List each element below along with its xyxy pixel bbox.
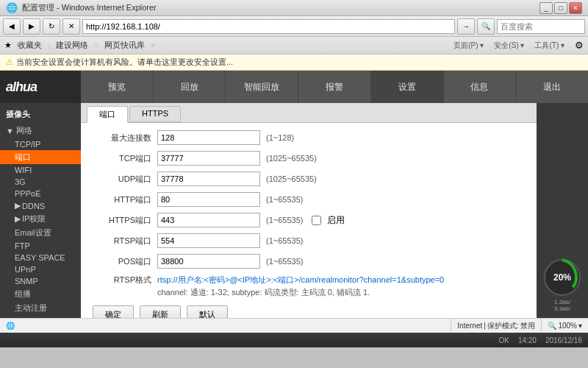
nav-tab-info[interactable]: 信息: [444, 71, 517, 103]
sidebar-item-ftp[interactable]: FTP: [0, 240, 81, 252]
address-bar[interactable]: [82, 19, 455, 34]
sidebar-camera-header: 摄像头: [0, 106, 81, 123]
security-bar[interactable]: ⚠ 当前安全设置会使计算机有风险。请单击这里更改安全设置...: [0, 54, 588, 71]
rtsp-description: channel: 通道: 1-32; subtype: 码流类型: 主码流 0,…: [157, 287, 525, 298]
bookmark-network[interactable]: 建设网络: [56, 40, 88, 51]
taskbar: OK 14:20 2016/12/16: [0, 333, 588, 347]
security-message: 当前安全设置会使计算机有风险。请单击这里更改安全设置...: [16, 57, 233, 68]
back-button[interactable]: ◀: [3, 18, 21, 35]
nav-tab-playback[interactable]: 回放: [154, 71, 226, 103]
tcp-port-label: TCP端口: [93, 153, 151, 164]
rtsp-port-label: RTSP端口: [93, 236, 151, 247]
pos-port-label: POS端口: [93, 256, 151, 267]
browser-titlebar: 🌐 配置管理 - Windows Internet Explorer _ □ ✕: [0, 0, 588, 16]
max-connections-hint: (1~128): [266, 133, 294, 142]
rtsp-port-hint: (1~65535): [266, 236, 303, 245]
udp-port-hint: (1025~65535): [266, 174, 317, 183]
bookmark-favorites[interactable]: 收藏夹: [18, 40, 42, 51]
sidebar-item-active-register[interactable]: 主动注册: [0, 301, 81, 315]
stop-button[interactable]: ✕: [62, 18, 80, 35]
rtsp-port-input[interactable]: [157, 233, 260, 248]
http-port-hint: (1~65535): [266, 195, 303, 204]
sidebar-item-3g[interactable]: 3G: [0, 176, 81, 188]
max-connections-row: 最大连接数 (1~128): [93, 130, 525, 145]
form-content: 最大连接数 (1~128) TCP端口 (1025~65535) UDP端口: [81, 122, 537, 318]
upload-speed: 1.2kb/ 3.3kb/: [554, 299, 570, 312]
security-warning-icon: ⚠: [6, 57, 13, 67]
tcp-port-row: TCP端口 (1025~65535): [93, 151, 525, 166]
sidebar-item-ddns[interactable]: ▶ DDNS: [0, 199, 81, 212]
logo-text: alhua: [6, 79, 37, 95]
http-port-row: HTTP端口 (1~65535): [93, 192, 525, 207]
nav-tab-preview[interactable]: 预览: [81, 71, 154, 103]
refresh-button[interactable]: ↻: [43, 18, 60, 35]
refresh-button[interactable]: 刷新: [140, 305, 181, 318]
rtsp-url: rtsp://用户名:<密码>@<IP地址>:<端口>/cam/realmoni…: [157, 275, 525, 286]
https-port-input[interactable]: [157, 213, 260, 227]
minimize-button[interactable]: _: [539, 2, 553, 14]
sidebar-item-tcpip[interactable]: TCP/IP: [0, 138, 81, 150]
sidebar-item-email[interactable]: Email设置: [0, 226, 81, 240]
clock-time: 14:20: [518, 336, 537, 344]
sidebar-item-easy-space[interactable]: EASY SPACE: [0, 252, 81, 263]
sidebar-item-port[interactable]: 端口: [0, 150, 81, 164]
search-input[interactable]: [497, 19, 585, 34]
sidebar-network-group[interactable]: ▼ 网络: [0, 123, 81, 138]
favorites-label: ★: [4, 40, 12, 50]
nav-tab-logout[interactable]: 退出: [516, 71, 588, 103]
browser-title: 配置管理 - Windows Internet Explorer: [22, 2, 539, 13]
sub-tab-https[interactable]: HTTPS: [129, 106, 181, 122]
tcp-port-hint: (1025~65535): [266, 154, 317, 163]
https-port-label: HTTPS端口: [93, 215, 151, 226]
main-content: 端口 HTTPS 最大连接数 (1~128) TCP端口 (1: [81, 103, 537, 318]
top-navigation: 预览 回放 智能回放 报警 设置 信息 退出: [81, 71, 588, 103]
status-zone: Internet | 保护模式: 禁用: [451, 319, 541, 333]
rtsp-format-row: RTSP格式 rtsp://用户名:<密码>@<IP地址>:<端口>/cam/r…: [93, 275, 525, 298]
maximize-button[interactable]: □: [554, 2, 567, 14]
close-button[interactable]: ✕: [569, 2, 582, 14]
zoom-icon: 🔍: [548, 322, 556, 330]
udp-port-label: UDP端口: [93, 174, 151, 185]
internet-label: Internet: [457, 322, 482, 330]
clock-date: 2016/12/16: [545, 336, 582, 344]
sidebar-item-upnp[interactable]: UPnP: [0, 263, 81, 275]
https-port-row: HTTPS端口 (1~65535) 启用: [93, 213, 525, 227]
bookmark-news[interactable]: 网页快讯库: [104, 40, 145, 51]
sub-tab-port[interactable]: 端口: [87, 106, 128, 123]
speed-panel: 20% 1.2kb/ 3.3kb/: [537, 103, 588, 318]
https-enable-label: 启用: [327, 214, 345, 227]
sidebar-item-multicast[interactable]: 组播: [0, 287, 81, 301]
default-button[interactable]: 默认: [187, 305, 228, 318]
sub-tabs-bar: 端口 HTTPS: [81, 103, 537, 122]
https-port-hint: (1~65535): [266, 216, 303, 224]
browser-toolbar: ◀ ▶ ↻ ✕ → 🔍: [0, 16, 588, 37]
rtsp-format-label: RTSP格式: [93, 275, 151, 286]
https-enable-checkbox[interactable]: [312, 216, 321, 225]
udp-port-input[interactable]: [157, 171, 260, 186]
http-port-input[interactable]: [157, 192, 260, 207]
pos-port-hint: (1~65535): [266, 257, 303, 266]
nav-tab-alarm[interactable]: 报警: [298, 71, 371, 103]
forward-button[interactable]: ▶: [23, 18, 40, 35]
ok-status: OK: [498, 336, 509, 344]
udp-port-row: UDP端口 (1025~65535): [93, 171, 525, 186]
sidebar-item-ip-permissions[interactable]: ▶ IP权限: [0, 212, 81, 226]
sidebar-item-snmp[interactable]: SNMP: [0, 275, 81, 287]
status-bar: 🌐 Internet | 保护模式: 禁用 🔍 100% ▾: [0, 318, 588, 333]
nav-tab-smart-playback[interactable]: 智能回放: [226, 71, 298, 103]
nav-tab-settings[interactable]: 设置: [371, 71, 444, 103]
go-button[interactable]: →: [457, 18, 475, 35]
sidebar-item-wifi[interactable]: WIFI: [0, 164, 81, 176]
action-buttons: 确定 刷新 默认: [93, 305, 525, 318]
sidebar-item-pppoe[interactable]: PPPoE: [0, 188, 81, 199]
speed-indicator: 20%: [542, 258, 582, 297]
tcp-port-input[interactable]: [157, 151, 260, 166]
zoom-control[interactable]: 🔍 100% ▾: [541, 319, 588, 333]
max-connections-label: 最大连接数: [93, 132, 151, 144]
pos-port-input[interactable]: [157, 254, 260, 269]
confirm-button[interactable]: 确定: [93, 305, 134, 318]
status-icon: 🌐: [6, 322, 15, 330]
pos-port-row: POS端口 (1~65535): [93, 254, 525, 269]
max-connections-input[interactable]: [157, 130, 260, 145]
protection-mode: 保护模式: 禁用: [487, 321, 536, 331]
